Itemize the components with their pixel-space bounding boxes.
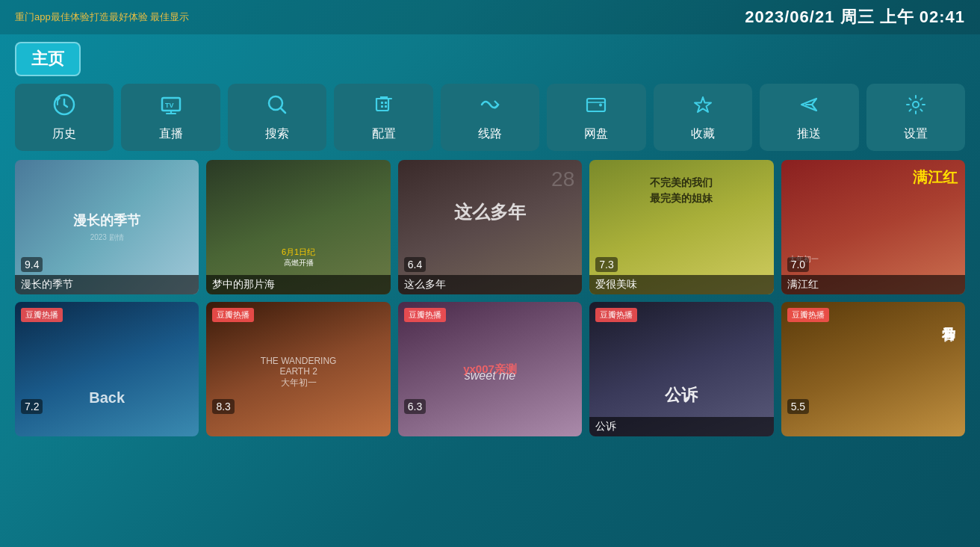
movie-row-2: Back 豆瓣热播 7.2 THE WANDERINGEARTH 2大年初一 豆… [0, 302, 980, 436]
svg-point-9 [599, 104, 602, 107]
rating-1: 9.4 [21, 257, 43, 272]
badge-9: 豆瓣热播 [595, 308, 637, 322]
nav-netdisk-label: 网盘 [584, 126, 608, 142]
nav-netdisk[interactable]: 网盘 [547, 84, 645, 151]
nav-settings[interactable]: 设置 [866, 84, 965, 151]
movie-card-2[interactable]: 6月1日纪高燃开播 梦中的那片海 [206, 160, 390, 294]
netdisk-icon [584, 93, 608, 122]
nav-search-label: 搜索 [265, 126, 289, 142]
nav-push-label: 推送 [797, 126, 821, 142]
rating-10: 5.5 [787, 399, 809, 414]
nav-history[interactable]: 历史 [15, 84, 114, 151]
nav-route-label: 线路 [478, 126, 502, 142]
nav-push[interactable]: 推送 [760, 84, 858, 151]
movie-card-9[interactable]: 公诉 豆瓣热播 公诉 [589, 302, 773, 436]
config-icon [372, 93, 396, 122]
movie-card-3[interactable]: 28 这么多年 6.4 这么多年 [398, 160, 582, 294]
title-1: 漫长的季节 [15, 275, 199, 294]
rating-6: 7.2 [21, 399, 43, 414]
nav-live[interactable]: TV 直播 [121, 84, 220, 151]
nav-favorite-label: 收藏 [691, 126, 715, 142]
nav-search[interactable]: 搜索 [228, 84, 326, 151]
movie-card-6[interactable]: Back 豆瓣热播 7.2 [15, 302, 199, 436]
header-datetime: 2023/06/21 周三 上午 02:41 [745, 6, 965, 28]
svg-rect-4 [381, 102, 383, 104]
svg-rect-5 [385, 102, 387, 104]
title-4: 爱很美味 [589, 275, 773, 294]
svg-point-11 [913, 102, 919, 108]
nav-route[interactable]: 线路 [441, 84, 539, 151]
history-icon [52, 93, 76, 122]
push-icon [797, 93, 821, 122]
header: 重门app最佳体验打造最好体验 最佳显示 2023/06/21 周三 上午 02… [0, 0, 980, 34]
svg-rect-7 [385, 105, 387, 108]
title-3: 这么多年 [398, 275, 582, 294]
svg-text:TV: TV [165, 102, 174, 109]
nav-bar: 历史 TV 直播 搜索 配置 线路 网盘 收藏 [0, 84, 980, 151]
rating-4: 7.3 [595, 257, 617, 272]
favorite-icon [691, 93, 715, 122]
nav-favorite[interactable]: 收藏 [654, 84, 752, 151]
settings-icon [904, 93, 928, 122]
rating-8: 6.3 [404, 399, 426, 414]
svg-rect-8 [587, 99, 605, 111]
movie-row-1: 漫长的季节 2023 剧情 9.4 漫长的季节 6月1日纪高燃开播 梦中的那片海… [0, 160, 980, 294]
header-marquee: 重门app最佳体验打造最好体验 最佳显示 [15, 10, 745, 24]
badge-10: 豆瓣热播 [787, 308, 829, 322]
search-icon [265, 93, 289, 122]
nav-settings-label: 设置 [904, 126, 928, 142]
title-2: 梦中的那片海 [206, 275, 390, 294]
svg-rect-6 [381, 105, 383, 108]
movie-card-5[interactable]: 满江红 大年初一 7.0 满江红 [781, 160, 965, 294]
rating-7: 8.3 [212, 399, 234, 414]
nav-config-label: 配置 [372, 126, 396, 142]
nav-config[interactable]: 配置 [334, 84, 432, 151]
title-9: 公诉 [589, 417, 773, 436]
nav-live-label: 直播 [159, 126, 183, 142]
main-label: 主页 [15, 42, 81, 76]
title-5: 满江红 [781, 275, 965, 294]
nav-history-label: 历史 [52, 126, 76, 142]
movie-card-1[interactable]: 漫长的季节 2023 剧情 9.4 漫长的季节 [15, 160, 199, 294]
route-icon [478, 93, 502, 122]
badge-6: 豆瓣热播 [21, 308, 63, 322]
badge-7: 豆瓣热播 [212, 308, 254, 322]
movie-card-4[interactable]: 不完美的我们最完美的姐妹 7.3 爱很美味 [589, 160, 773, 294]
live-icon: TV [159, 93, 183, 122]
movie-card-10[interactable]: 右马骨神 豆瓣热播 5.5 [781, 302, 965, 436]
movie-card-7[interactable]: THE WANDERINGEARTH 2大年初一 豆瓣热播 8.3 [206, 302, 390, 436]
rating-5: 7.0 [787, 257, 809, 272]
rating-3: 6.4 [404, 257, 426, 272]
movie-card-8[interactable]: sweet me 豆瓣热播 yx007亲测 6.3 [398, 302, 582, 436]
watermark-8: yx007亲测 [463, 362, 517, 377]
badge-8: 豆瓣热播 [404, 308, 446, 322]
